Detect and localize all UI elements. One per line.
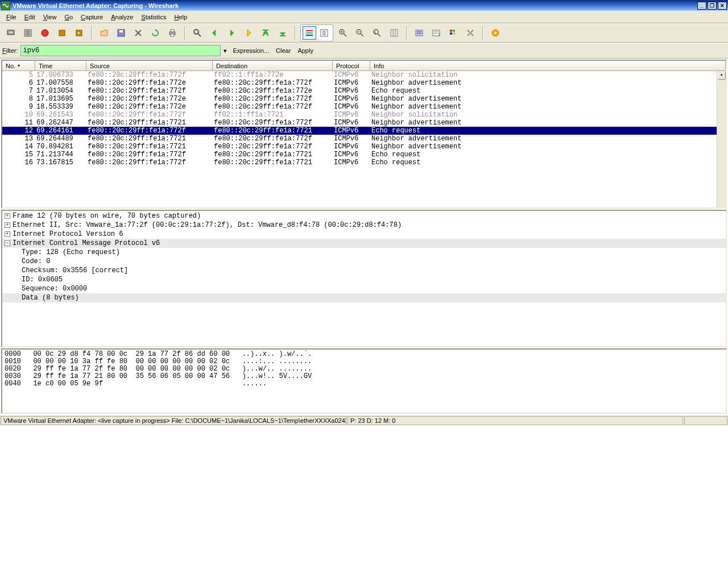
svg-rect-12	[306, 30, 313, 31]
restart-capture-icon[interactable]	[72, 26, 86, 40]
close-button[interactable]: ✕	[718, 2, 727, 10]
status-resize-grip[interactable]	[684, 416, 727, 425]
menu-file[interactable]: File	[2, 13, 20, 22]
interfaces-icon[interactable]	[4, 26, 18, 40]
packet-list-body[interactable]: 517.006733fe80::20c:29ff:fe1a:772fff02::…	[2, 71, 726, 207]
tree-leaf-type[interactable]: Type: 128 (Echo request)	[2, 248, 726, 257]
tree-node-frame[interactable]: +Frame 12 (70 bytes on wire, 70 bytes ca…	[2, 211, 726, 221]
menu-edit[interactable]: Edit	[20, 13, 39, 22]
help-icon[interactable]	[489, 26, 502, 40]
capture-filters-icon[interactable]	[412, 26, 426, 40]
menu-help[interactable]: Help	[170, 13, 191, 22]
auto-scroll-icon[interactable]	[317, 26, 331, 40]
column-header-source[interactable]: Source	[86, 61, 213, 70]
scroll-up-icon[interactable]: ▴	[718, 72, 726, 80]
table-row[interactable]: 1673.167815fe80::20c:29ff:fe1a:772ffe80:…	[2, 159, 726, 167]
tree-node-icmpv6[interactable]: −Internet Control Message Protocol v6	[2, 239, 726, 248]
column-header-destination[interactable]: Destination	[213, 61, 333, 70]
minimize-button[interactable]: _	[697, 2, 706, 10]
start-capture-icon[interactable]	[38, 26, 52, 40]
svg-point-11	[194, 30, 198, 34]
scrollbar-vertical[interactable]: ▴	[717, 71, 726, 207]
table-row[interactable]: 1369.264489fe80::20c:29ff:fe1a:7721fe80:…	[2, 135, 726, 143]
zoom-out-icon[interactable]	[353, 26, 367, 40]
table-row[interactable]: 517.006733fe80::20c:29ff:fe1a:772fff02::…	[2, 71, 726, 79]
preferences-icon[interactable]	[464, 26, 477, 40]
svg-rect-24	[453, 30, 455, 32]
display-filters-icon[interactable]	[429, 26, 443, 40]
resize-columns-icon[interactable]	[387, 26, 401, 40]
tree-leaf-code[interactable]: Code: 0	[2, 257, 726, 266]
table-row[interactable]: 617.007558fe80::20c:29ff:fe1a:772efe80::…	[2, 79, 726, 87]
reload-icon[interactable]	[148, 26, 162, 40]
tree-leaf-id[interactable]: ID: 0x0605	[2, 275, 726, 284]
tree-leaf-checksum[interactable]: Checksum: 0x3556 [correct]	[2, 266, 726, 275]
status-packet-counts: P: 23 D: 12 M: 0	[348, 416, 683, 425]
menu-capture[interactable]: Capture	[77, 13, 107, 22]
expand-icon[interactable]: +	[5, 231, 10, 237]
go-last-icon[interactable]	[276, 26, 289, 40]
zoom-reset-icon[interactable]: 1	[370, 26, 384, 40]
expand-icon[interactable]: +	[5, 222, 10, 228]
table-row[interactable]: 1069.261543fe80::20c:29ff:fe1a:772fff02:…	[2, 111, 726, 119]
table-row[interactable]: 1571.213744fe80::20c:29ff:fe1a:772ffe80:…	[2, 151, 726, 159]
collapse-icon[interactable]: −	[5, 240, 10, 246]
column-header-info[interactable]: Info	[370, 61, 726, 70]
save-icon[interactable]	[114, 26, 128, 40]
table-row[interactable]: 817.013695fe80::20c:29ff:fe1a:772efe80::…	[2, 95, 726, 103]
menu-statistics[interactable]: Statistics	[137, 13, 170, 22]
go-forward-icon[interactable]	[225, 26, 238, 40]
svg-rect-14	[306, 35, 313, 36]
packet-details-tree[interactable]: +Frame 12 (70 bytes on wire, 70 bytes ca…	[2, 211, 726, 346]
go-first-icon[interactable]	[259, 26, 272, 40]
app-icon	[1, 1, 10, 10]
open-icon[interactable]	[97, 26, 111, 40]
menu-go[interactable]: Go	[60, 13, 77, 22]
maximize-button[interactable]: ❐	[708, 2, 717, 10]
tree-node-ipv6[interactable]: +Internet Protocol Version 6	[2, 230, 726, 239]
find-icon[interactable]	[191, 26, 204, 40]
coloring-rules-icon[interactable]	[446, 26, 460, 40]
options-icon[interactable]	[21, 26, 35, 40]
apply-button[interactable]: Apply	[297, 47, 313, 54]
print-icon[interactable]	[166, 26, 179, 40]
svg-rect-9	[171, 30, 174, 32]
table-row[interactable]: 1269.264161fe80::20c:29ff:fe1a:772ffe80:…	[2, 127, 726, 135]
go-to-packet-icon[interactable]	[242, 26, 255, 40]
expression-button[interactable]: Expression...	[233, 47, 270, 54]
column-header-protocol[interactable]: Protocol	[333, 61, 370, 70]
tree-leaf-sequence[interactable]: Sequence: 0x0000	[2, 284, 726, 293]
colorize-group	[300, 24, 333, 41]
expand-icon[interactable]: +	[5, 213, 10, 219]
toolbar-separator	[482, 26, 483, 40]
svg-rect-26	[453, 32, 455, 35]
close-file-icon[interactable]	[131, 26, 145, 40]
svg-rect-1	[9, 31, 13, 34]
menu-analyze[interactable]: Analyze	[107, 13, 137, 22]
table-row[interactable]: 1470.894281fe80::20c:29ff:fe1a:7721fe80:…	[2, 143, 726, 151]
column-header-no[interactable]: No. ▾	[2, 61, 35, 70]
tree-leaf-data[interactable]: Data (8 bytes)	[2, 293, 726, 302]
colorize-icon[interactable]	[303, 26, 316, 40]
table-row[interactable]: 717.013054fe80::20c:29ff:fe1a:772ffe80::…	[2, 87, 726, 95]
menu-view[interactable]: View	[39, 13, 61, 22]
stop-capture-icon[interactable]	[55, 26, 69, 40]
svg-text:1: 1	[374, 31, 377, 34]
svg-point-27	[469, 32, 471, 34]
sort-indicator-icon: ▾	[18, 63, 20, 68]
zoom-in-icon[interactable]	[336, 26, 350, 40]
filter-dropdown-icon[interactable]: ▾	[221, 47, 230, 55]
clear-button[interactable]: Clear	[276, 47, 291, 54]
table-row[interactable]: 1169.262447fe80::20c:29ff:fe1a:7721fe80:…	[2, 119, 726, 127]
table-row[interactable]: 918.553339fe80::20c:29ff:fe1a:772efe80::…	[2, 103, 726, 111]
svg-rect-22	[433, 30, 440, 36]
go-back-icon[interactable]	[208, 26, 221, 40]
filter-toolbar: Filter: ▾ Expression... Clear Apply	[0, 43, 728, 59]
column-header-time[interactable]: Time	[35, 61, 86, 70]
status-bar: VMware Virtual Ethernet Adapter: <live c…	[0, 415, 728, 425]
svg-rect-25	[450, 32, 452, 35]
toolbar-separator	[406, 26, 407, 40]
tree-node-ethernet[interactable]: +Ethernet II, Src: Vmware_1a:77:2f (00:0…	[2, 221, 726, 230]
filter-input[interactable]	[20, 45, 221, 56]
hex-dump-body[interactable]: 0000 00 0c 29 d8 f4 78 00 0c 29 1a 77 2f…	[2, 350, 726, 413]
